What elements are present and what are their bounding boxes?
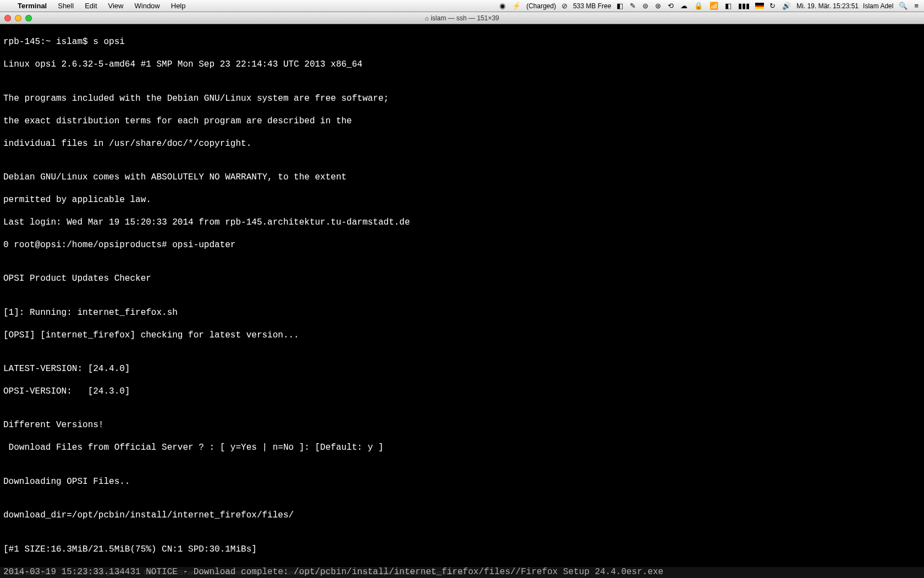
terminal-line: Debian GNU/Linux comes with ABSOLUTELY N… bbox=[3, 172, 921, 183]
clock-datetime[interactable]: Mi. 19. Mär. 15:23:51 bbox=[796, 2, 859, 10]
menubar-left: Terminal Shell Edit View Window Help bbox=[4, 2, 191, 10]
terminal-line: LATEST-VERSION: [24.4.0] bbox=[3, 363, 921, 374]
sync-icon[interactable]: ◉ bbox=[498, 2, 507, 10]
notification-center-icon[interactable]: ≡ bbox=[913, 2, 920, 10]
zoom-button[interactable] bbox=[25, 15, 32, 21]
battery-lightning-icon[interactable]: ⚡ bbox=[511, 2, 522, 10]
terminal-line: [#1 SIZE:16.3MiB/21.5MiB(75%) CN:1 SPD:3… bbox=[3, 544, 921, 555]
terminal-line: the exact distribution terms for each pr… bbox=[3, 116, 921, 127]
client-count: Number of clients: 1 bbox=[282, 569, 336, 576]
terminal-line: 0 root@opsi:/home/opsiproducts# opsi-upd… bbox=[3, 239, 921, 250]
selected-group: SELECTED group bbox=[73, 569, 122, 576]
menu-view[interactable]: View bbox=[103, 2, 129, 10]
clients-total: Clients total: 182 bbox=[6, 569, 51, 576]
terminal-line: Different Versions! bbox=[3, 419, 921, 430]
battery-icon[interactable]: ▮▮▮ bbox=[737, 2, 751, 10]
terminal-line: rpb-145:~ islam$ s opsi bbox=[3, 36, 921, 47]
terminal-line: Download Files from Official Server ? : … bbox=[3, 442, 921, 453]
volume-icon[interactable]: 🔊 bbox=[781, 2, 792, 10]
wifi-icon[interactable]: 📶 bbox=[708, 2, 719, 10]
timemachine-icon[interactable]: ↻ bbox=[768, 2, 777, 10]
user-name[interactable]: Islam Adel bbox=[863, 2, 893, 10]
terminal-line: [1]: Running: internet_firefox.sh bbox=[3, 307, 921, 318]
home-icon: ⌂ bbox=[425, 15, 428, 21]
terminal-line: OPSI-VERSION: [24.3.0] bbox=[3, 386, 921, 397]
terminal-line: permitted by applicable law. bbox=[3, 194, 921, 205]
evernote-icon[interactable]: ⟲ bbox=[667, 2, 675, 10]
terminal-line: [OPSI] [internet_firefox] checking for l… bbox=[3, 330, 921, 341]
circle1-icon[interactable]: ⊚ bbox=[641, 2, 650, 10]
traffic-lights bbox=[4, 15, 32, 21]
flag-de-icon[interactable] bbox=[755, 3, 764, 9]
minimize-button[interactable] bbox=[15, 15, 21, 21]
window-title-text: islam — ssh — 151×39 bbox=[431, 14, 499, 22]
menu-help[interactable]: Help bbox=[166, 2, 191, 10]
depot-name: Depots: opsi.architektur.tu-darmstadt.de bbox=[358, 569, 465, 576]
spotlight-icon[interactable]: 🔍 bbox=[898, 2, 909, 10]
terminal-line: download_dir=/opt/pcbin/install/internet… bbox=[3, 510, 921, 521]
cloud-icon[interactable]: ☁ bbox=[679, 2, 689, 10]
terminal-line: Last login: Wed Mar 19 15:20:33 2014 fro… bbox=[3, 217, 921, 228]
display-icon[interactable]: ◧ bbox=[724, 2, 733, 10]
drive-icon[interactable]: ⊘ bbox=[560, 2, 569, 10]
terminal-content[interactable]: rpb-145:~ islam$ s opsi Linux opsi 2.6.3… bbox=[0, 24, 924, 578]
circle2-icon[interactable]: ⊛ bbox=[654, 2, 662, 10]
terminal-titlebar[interactable]: ⌂ islam — ssh — 151×39 bbox=[0, 12, 924, 24]
window-title: ⌂ islam — ssh — 151×39 bbox=[425, 14, 499, 22]
terminal-line: Downloading OPSI Files.. bbox=[3, 476, 921, 487]
terminal-line: The programs included with the Debian GN… bbox=[3, 93, 921, 104]
terminal-line: Linux opsi 2.6.32-5-amd64 #1 SMP Mon Sep… bbox=[3, 59, 921, 70]
battery-status[interactable]: (Charged) bbox=[526, 2, 556, 10]
app-name-menu[interactable]: Terminal bbox=[12, 2, 52, 10]
memory-free[interactable]: 533 MB Free bbox=[573, 2, 611, 10]
client-name: Clients: rpb-157.architektur.tu-darmstad… bbox=[144, 569, 260, 576]
pencil-icon[interactable]: ✎ bbox=[629, 2, 637, 10]
menu-window[interactable]: Window bbox=[129, 2, 166, 10]
camera-icon[interactable]: ◧ bbox=[615, 2, 624, 10]
lock-icon[interactable]: 🔒 bbox=[693, 2, 704, 10]
terminal-line: individual files in /usr/share/doc/*/cop… bbox=[3, 138, 921, 149]
mac-menubar: Terminal Shell Edit View Window Help ◉ ⚡… bbox=[0, 0, 924, 12]
background-statusbar: Clients total: 182 SELECTED group Client… bbox=[0, 567, 924, 578]
terminal-line: OPSI Product Updates Checker bbox=[3, 273, 921, 284]
menu-shell[interactable]: Shell bbox=[52, 2, 79, 10]
menubar-right: ◉ ⚡ (Charged) ⊘ 533 MB Free ◧ ✎ ⊚ ⊛ ⟲ ☁ … bbox=[498, 2, 920, 10]
close-button[interactable] bbox=[4, 15, 11, 21]
menu-edit[interactable]: Edit bbox=[79, 2, 102, 10]
